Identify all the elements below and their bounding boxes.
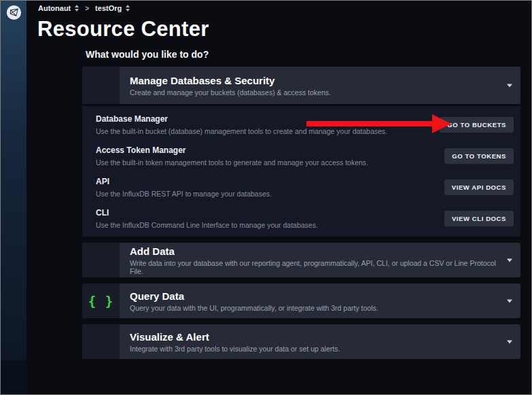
org-name: Autonaut [38,4,71,12]
chevron-down-icon[interactable] [507,258,512,262]
view-api-docs-button[interactable]: VIEW API DOCS [444,179,514,195]
page-question: What would you like to do? [86,49,209,60]
influxdb-logo-icon[interactable] [5,3,22,21]
resource-center-screen: Autonaut > testOrg Resource Center What … [0,0,532,395]
access-token-manager-row: Access Token Manager Use the built-in to… [82,140,520,171]
panel-title: Query Data [130,290,500,302]
panel-title: Add Data [130,245,500,257]
panel-manage-databases-header[interactable]: Manage Databases & Security Create and m… [82,67,520,104]
help-button[interactable] [1,339,26,357]
row-description: Use the built-in token management tools … [96,158,368,167]
panel-visualize-alert-header[interactable]: Visualize & Alert Integrate with 3rd par… [82,324,520,359]
panel-title: Manage Databases & Security [130,75,500,86]
database-manager-row: Database Manager Use the built-in bucket… [82,109,520,140]
panel-add-data-header[interactable]: Add Data Write data into your database w… [82,243,520,277]
panel-header-text: Visualize & Alert Integrate with 3rd par… [120,324,520,359]
go-to-buckets-button[interactable]: GO TO BUCKETS [440,117,514,133]
row-title: CLI [96,208,318,218]
panel-query-data-header[interactable]: { } Query Data Query your data with the … [82,284,520,318]
go-to-tokens-button[interactable]: GO TO TOKENS [444,148,514,164]
panel-icon-cell [82,67,120,104]
manage-expanded-section: Database Manager Use the built-in bucket… [82,106,520,237]
braces-icon: { } [88,294,113,309]
panel-description: Integrate with 3rd party tools to visual… [130,345,500,353]
panel-header-text: Manage Databases & Security Create and m… [120,67,520,104]
api-row: API Use the InfluxDB REST API to manage … [82,171,520,203]
sidebar-item-load-data[interactable] [1,34,26,52]
chevron-down-icon[interactable] [507,84,512,87]
sidebar-item-settings[interactable] [1,69,26,87]
row-description: Use the InfluxDB REST API to manage your… [96,190,272,198]
cli-row: CLI Use the InfluxDB Command Line Interf… [82,203,520,234]
panel-description: Query your data with the UI, programmati… [130,304,500,312]
panel-icon-cell [82,324,120,359]
collapse-sidebar-button[interactable] [1,360,26,394]
panel-title: Visualize & Alert [130,331,500,343]
chevron-down-icon[interactable] [507,299,512,303]
panel-icon-cell [82,243,120,277]
sort-carets-icon [126,5,130,12]
view-cli-docs-button[interactable]: VIEW CLI DOCS [444,211,514,226]
panel-header-text: Query Data Query your data with the UI, … [120,284,520,318]
project-name: testOrg [95,4,122,12]
panel-header-text: Add Data Write data into your database w… [120,243,520,277]
row-title: Database Manager [96,114,387,124]
breadcrumb-separator: > [85,5,89,12]
row-description: Use the InfluxDB Command Line Interface … [96,221,318,229]
page-title: Resource Center [37,17,209,41]
sidebar-item-data-explorer[interactable] [1,52,26,69]
breadcrumb: Autonaut > testOrg [38,4,130,12]
main-content: Autonaut > testOrg Resource Center What … [26,1,531,394]
org-dropdown[interactable]: Autonaut [38,4,79,12]
row-title: API [96,177,272,186]
panel-description: Write data into your database with our r… [130,259,500,275]
sort-carets-icon [75,5,79,12]
panel-description: Create and manage your buckets (database… [130,88,500,97]
panels-list: Manage Databases & Security Create and m… [82,67,520,359]
row-title: Access Token Manager [96,145,368,155]
sidebar [1,1,26,394]
chevron-down-icon[interactable] [507,340,512,343]
project-dropdown[interactable]: testOrg [95,4,130,12]
row-description: Use the built-in bucket (database) manag… [96,127,387,135]
panel-icon-cell: { } [82,284,120,318]
